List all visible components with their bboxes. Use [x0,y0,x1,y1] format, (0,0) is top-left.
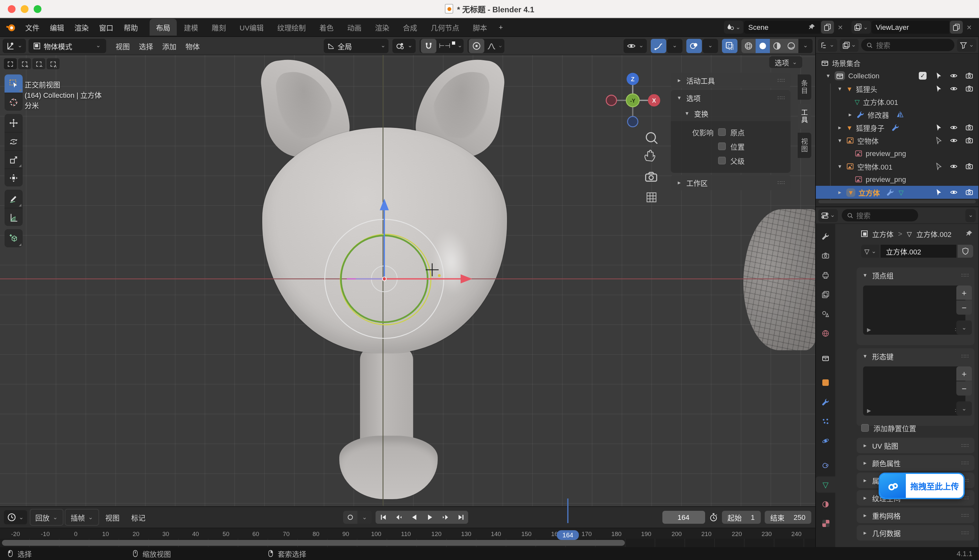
frame-start-field[interactable]: 起始1 [722,511,761,524]
viewlayer-name[interactable]: ViewLayer [876,23,944,31]
section-uv-maps[interactable]: ▸UV 贴图∷∷ [857,438,974,453]
section-color-attributes[interactable]: ▸颜色属性∷∷ [857,455,974,471]
row-empty[interactable]: ▾ 空物体 [816,134,978,147]
grip-icon[interactable]: ∷∷ [778,95,786,101]
tab-object[interactable] [816,374,835,390]
nav-axis-z-negative[interactable] [627,117,638,127]
selectable-icon[interactable] [935,85,943,93]
minimize-window-button[interactable] [21,5,28,13]
tab-scene[interactable] [816,305,835,322]
zoom-view-button[interactable] [646,133,657,144]
selectable-icon[interactable] [935,188,943,196]
breadcrumb-object[interactable]: 立方体 [872,228,894,239]
shading-material-button[interactable] [770,38,784,53]
expand-closed-icon[interactable]: ▸ [837,189,843,195]
remove-viewlayer-button[interactable]: ✕ [963,23,975,31]
shading-solid-button[interactable] [756,38,770,53]
render-camera-icon[interactable] [966,72,973,80]
tool-scale[interactable] [5,150,23,168]
workspace-tab[interactable]: 着色 [313,19,340,36]
select-mode-extend[interactable]: + [18,58,31,69]
tab-collection[interactable] [816,350,835,366]
tab-world[interactable] [816,325,835,341]
row-preview-png[interactable]: preview_png [816,147,978,160]
outliner-search[interactable] [861,39,955,51]
shape-keys-header[interactable]: ▾ 形态键 ∷∷ [857,348,974,364]
jump-to-start-button[interactable] [375,511,390,524]
timeline-editor-type-button[interactable]: ⌄ [4,510,27,524]
tab-view[interactable]: 视图 [798,133,811,158]
outliner-editor-type-button[interactable]: ⌄ [818,38,837,52]
editor-type-button[interactable]: ⌄ [3,38,25,53]
vertex-group-specials-button[interactable]: ⌄ [956,320,972,335]
grip-icon[interactable]: ∷∷ [962,442,969,448]
navigation-gizmo[interactable]: Z X -Y [606,73,660,127]
tool-annotate[interactable] [5,190,23,208]
grip-icon[interactable]: ∷∷ [962,353,969,359]
hide-eye-icon[interactable] [950,188,957,196]
render-camera-icon[interactable] [966,85,973,93]
select-mode-new[interactable] [4,58,17,69]
toggle-ortho-button[interactable] [647,193,656,202]
viewport-options-button[interactable]: 选项⌄ [769,56,802,68]
grip-icon[interactable]: ∷∷ [962,460,969,466]
viewlayer-browse-button[interactable]: ⌄ [851,21,871,34]
snap-toggle[interactable] [421,38,436,53]
workspace-tab[interactable]: 脚本 [467,19,494,36]
render-camera-icon[interactable] [966,123,973,132]
overlays-dropdown[interactable]: ⌄ [702,38,718,53]
upload-overlay-button[interactable]: 拖拽至此上传 [879,473,965,499]
properties-options-dropdown[interactable]: ⌄ [966,209,976,222]
tool-cursor[interactable] [5,93,23,111]
add-workspace-button[interactable]: + [494,21,508,34]
gizmo-x-arrowhead[interactable] [461,274,472,283]
breadcrumb-data[interactable]: 立方体.002 [916,228,951,239]
playhead[interactable]: 164 [557,530,579,540]
workspace-tab[interactable]: 合成 [397,19,424,36]
panel-workspace[interactable]: ▸ 工作区 ∷∷ [671,175,791,190]
pin-icon[interactable] [966,230,973,238]
play-button[interactable] [422,511,437,524]
zoom-window-button[interactable] [34,5,42,13]
outliner-scrollbar[interactable] [819,200,976,203]
tab-material[interactable] [816,496,835,512]
move-view-button[interactable] [645,150,655,161]
outliner-search-input[interactable] [876,41,949,49]
camera-view-button[interactable] [645,173,657,181]
view-menu[interactable]: 视图 [100,510,125,524]
tool-add-cube[interactable] [5,229,23,247]
affect-origins-checkbox[interactable] [718,128,726,136]
menu-item[interactable]: 编辑 [45,20,69,34]
show-overlays-toggle[interactable] [686,38,702,53]
fake-user-button[interactable] [957,245,973,258]
workspace-tab[interactable]: 纹理绘制 [271,19,312,36]
traffic-lights[interactable] [8,5,42,13]
shading-wireframe-button[interactable] [741,38,756,53]
auto-keying-toggle[interactable] [343,511,357,524]
viewport-canvas[interactable]: + − ∩ [0,55,815,506]
panel-transform[interactable]: ▾ 变换 [671,105,791,121]
section-geometry-data[interactable]: ▸几何数据∷∷ [857,525,974,541]
hide-eye-icon[interactable] [950,137,957,144]
expand-closed-icon[interactable]: ▸ [837,124,843,131]
workspace-tab[interactable]: UV编辑 [233,19,270,36]
add-rest-position-checkbox[interactable] [861,424,869,432]
play-small-icon[interactable]: ▶ [867,327,871,333]
render-camera-icon[interactable] [966,137,973,144]
viewport-menu-item[interactable]: 物体 [181,38,204,53]
menu-item[interactable]: 渲染 [69,20,94,34]
row-scene-collection[interactable]: 场景集合 [816,56,978,69]
grip-icon[interactable]: ∷∷ [778,77,786,83]
workspace-tab[interactable]: 渲染 [369,19,396,36]
tab-render[interactable] [816,247,835,263]
snap-target-dropdown[interactable]: ⊢⊣⌄ [439,42,462,49]
panel-options[interactable]: ▾ 选项 ∷∷ [671,90,791,105]
properties-editor-type-button[interactable]: ⌄ [819,209,837,222]
tab-physics[interactable] [816,432,835,448]
row-preview-png-2[interactable]: preview_png [816,173,978,186]
render-camera-icon[interactable] [966,188,973,196]
collection-checkbox[interactable]: ✓ [919,72,927,80]
tool-select-box[interactable] [5,75,23,93]
panel-active-tool[interactable]: ▸ 活动工具 ∷∷ [671,73,791,88]
unlink-scene-button[interactable]: ✕ [834,23,846,31]
